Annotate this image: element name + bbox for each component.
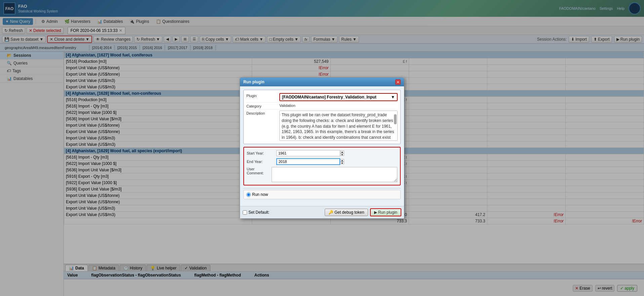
start-year-down[interactable]: ▼ bbox=[340, 153, 344, 156]
set-default-area: Set Default: bbox=[243, 210, 270, 215]
run-icon: ▶ bbox=[374, 210, 377, 215]
plugin-label: Plugin bbox=[246, 93, 277, 98]
start-year-row: Start Year: ▲ ▼ bbox=[247, 150, 397, 156]
get-debug-token-button[interactable]: 🔑 Get debug token bbox=[325, 209, 368, 216]
plugin-select-arrow: ▼ bbox=[391, 95, 395, 99]
plugin-select-value: [FAODOMAIN/caetano] Forestry_Validation_… bbox=[282, 95, 376, 99]
modal-title: Run plugin bbox=[243, 80, 265, 84]
plugin-select-area: [FAODOMAIN/caetano] Forestry_Validation_… bbox=[279, 93, 398, 101]
end-year-input[interactable] bbox=[276, 158, 340, 165]
description-text: This plugin will be ran over the dataset… bbox=[279, 111, 398, 141]
set-default-label: Set Default: bbox=[248, 210, 270, 215]
execution-mode-section: Run now bbox=[243, 188, 401, 203]
desc-scrollbar-thumb[interactable] bbox=[394, 114, 397, 124]
run-now-radio[interactable] bbox=[246, 193, 251, 197]
params-section: Start Year: ▲ ▼ End Year: ▲ bbox=[243, 147, 401, 185]
run-plugin-modal: Run plugin ✕ Plugin [FAODOMAIN/caetano] … bbox=[240, 77, 404, 219]
run-plugin-button[interactable]: ▶ Run plugin bbox=[370, 208, 401, 216]
modal-overlay: Run plugin ✕ Plugin [FAODOMAIN/caetano] … bbox=[0, 0, 644, 296]
end-year-up[interactable]: ▲ bbox=[340, 159, 344, 162]
start-year-input[interactable] bbox=[276, 150, 340, 156]
plugin-row: Plugin [FAODOMAIN/caetano] Forestry_Vali… bbox=[246, 92, 398, 102]
plugin-section: Plugin [FAODOMAIN/caetano] Forestry_Vali… bbox=[243, 90, 401, 144]
end-year-down[interactable]: ▼ bbox=[340, 162, 344, 164]
run-now-row: Run now bbox=[246, 192, 398, 197]
category-row: Category Validation bbox=[246, 102, 398, 110]
set-default-checkbox[interactable] bbox=[243, 210, 247, 215]
end-year-label: End Year: bbox=[247, 160, 274, 164]
end-year-spinner[interactable]: ▲ ▼ bbox=[340, 159, 344, 164]
start-year-spinner[interactable]: ▲ ▼ bbox=[340, 151, 344, 156]
modal-footer: Set Default: 🔑 Get debug token ▶ Run plu… bbox=[240, 206, 404, 218]
category-value: Validation bbox=[279, 103, 398, 108]
modal-body: Plugin [FAODOMAIN/caetano] Forestry_Vali… bbox=[240, 86, 404, 206]
description-label: Description bbox=[246, 111, 277, 115]
exec-mode-box: Run now bbox=[243, 190, 401, 199]
category-label: Category bbox=[246, 103, 277, 108]
user-comment-label: User Comment: bbox=[247, 167, 269, 175]
description-row: Description This plugin will be ran over… bbox=[246, 110, 398, 142]
start-year-input-area: ▲ ▼ bbox=[276, 150, 344, 156]
debug-icon: 🔑 bbox=[328, 210, 333, 215]
end-year-input-area: ▲ ▼ bbox=[276, 158, 344, 165]
start-year-label: Start Year: bbox=[247, 151, 274, 155]
plugin-body: Plugin [FAODOMAIN/caetano] Forestry_Vali… bbox=[244, 90, 400, 144]
end-year-row: End Year: ▲ ▼ bbox=[247, 158, 397, 165]
modal-title-bar: Run plugin ✕ bbox=[240, 78, 404, 86]
plugin-select[interactable]: [FAODOMAIN/caetano] Forestry_Validation_… bbox=[279, 93, 398, 101]
modal-close-button[interactable]: ✕ bbox=[395, 79, 401, 85]
user-comment-input[interactable] bbox=[272, 167, 397, 182]
start-year-up[interactable]: ▲ bbox=[340, 151, 344, 153]
run-now-label: Run now bbox=[252, 192, 268, 197]
user-comment-row: User Comment: bbox=[247, 167, 397, 182]
